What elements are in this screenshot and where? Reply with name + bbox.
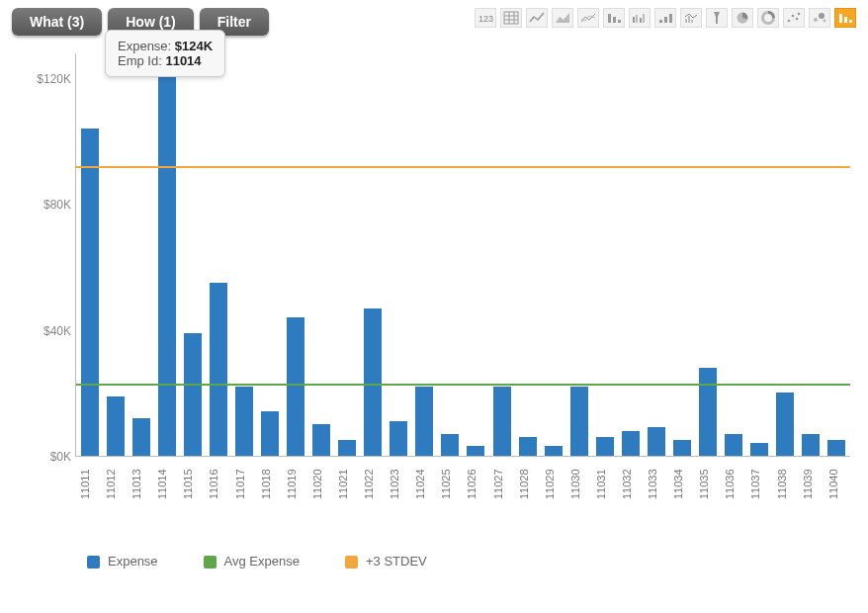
bar-asc-icon[interactable] bbox=[654, 8, 676, 28]
tooltip-empid-label: Emp Id: bbox=[118, 53, 165, 68]
svg-point-27 bbox=[814, 18, 818, 22]
bar-column[interactable] bbox=[390, 53, 408, 456]
bar-column[interactable] bbox=[492, 53, 511, 456]
bubble-icon[interactable] bbox=[809, 8, 830, 28]
bar[interactable] bbox=[802, 434, 820, 456]
bar-column[interactable] bbox=[209, 53, 227, 456]
x-tick-label: 11021 bbox=[337, 463, 356, 506]
what-button[interactable]: What (3) bbox=[12, 8, 102, 36]
bar-column[interactable] bbox=[80, 53, 99, 456]
multiline-icon[interactable] bbox=[577, 8, 599, 28]
bar[interactable] bbox=[570, 387, 588, 456]
bar[interactable] bbox=[545, 446, 563, 456]
bar-column[interactable] bbox=[415, 53, 434, 456]
svg-rect-7 bbox=[608, 14, 611, 23]
bar-column[interactable] bbox=[131, 53, 150, 456]
svg-rect-9 bbox=[618, 20, 621, 23]
bar[interactable] bbox=[519, 437, 537, 456]
bar-column[interactable] bbox=[595, 53, 614, 456]
flashlight-icon[interactable] bbox=[706, 8, 728, 28]
svg-rect-30 bbox=[839, 14, 842, 23]
bar-column[interactable] bbox=[106, 53, 125, 456]
bar-column[interactable] bbox=[776, 53, 795, 456]
bar-column[interactable] bbox=[467, 53, 485, 456]
square-icon bbox=[204, 556, 217, 569]
bar[interactable] bbox=[648, 427, 665, 456]
bar[interactable] bbox=[467, 446, 484, 456]
legend-expense-label: Expense bbox=[108, 554, 158, 569]
svg-rect-12 bbox=[640, 18, 642, 23]
bar-column[interactable] bbox=[364, 53, 383, 456]
x-tick-label: 11016 bbox=[208, 463, 226, 506]
bar[interactable] bbox=[81, 129, 99, 456]
bar-column[interactable] bbox=[621, 53, 640, 456]
bar-column[interactable] bbox=[569, 53, 588, 456]
bar[interactable] bbox=[750, 443, 768, 456]
donut-icon[interactable] bbox=[757, 8, 779, 28]
bar[interactable] bbox=[235, 387, 253, 456]
bar-column[interactable] bbox=[338, 53, 357, 456]
bar[interactable] bbox=[725, 434, 742, 456]
bar[interactable] bbox=[287, 317, 304, 456]
bar-column[interactable] bbox=[260, 53, 279, 456]
x-tick-label: 11035 bbox=[698, 463, 717, 506]
bar-column[interactable] bbox=[802, 53, 821, 456]
area-icon[interactable] bbox=[552, 8, 573, 28]
bar-tooltip: Expense: $124K Emp Id: 11014 bbox=[105, 30, 225, 77]
pie-icon[interactable] bbox=[732, 8, 753, 28]
bar-column[interactable] bbox=[544, 53, 563, 456]
bar[interactable] bbox=[827, 440, 845, 456]
bar-column[interactable] bbox=[157, 53, 176, 456]
bar[interactable] bbox=[622, 431, 640, 456]
bar[interactable] bbox=[158, 66, 176, 456]
svg-rect-8 bbox=[613, 17, 616, 23]
bar-column[interactable] bbox=[183, 53, 202, 456]
svg-rect-10 bbox=[633, 17, 635, 23]
bar-column[interactable] bbox=[750, 53, 769, 456]
bar-desc-icon[interactable] bbox=[603, 8, 625, 28]
bar[interactable] bbox=[338, 440, 356, 456]
bar-column[interactable] bbox=[725, 53, 743, 456]
bar[interactable] bbox=[210, 283, 227, 456]
svg-marker-20 bbox=[714, 12, 720, 24]
number-icon[interactable]: 123 bbox=[475, 8, 496, 28]
highlight-icon[interactable] bbox=[834, 8, 856, 28]
spark-icon[interactable] bbox=[680, 8, 702, 28]
bar[interactable] bbox=[312, 424, 330, 456]
bar[interactable] bbox=[776, 393, 794, 456]
bar-column[interactable] bbox=[234, 53, 253, 456]
bar[interactable] bbox=[364, 308, 382, 456]
x-tick-label: 11037 bbox=[749, 463, 768, 506]
line-icon[interactable] bbox=[526, 8, 548, 28]
bar-group-icon[interactable] bbox=[629, 8, 651, 28]
bar[interactable] bbox=[415, 387, 433, 456]
bar[interactable] bbox=[261, 411, 279, 456]
bar[interactable] bbox=[493, 387, 511, 456]
bar[interactable] bbox=[390, 421, 407, 456]
bar-column[interactable] bbox=[441, 53, 460, 456]
scatter-icon[interactable] bbox=[783, 8, 805, 28]
chart-area: $0K$40K$80K$120K 11011110121101311014110… bbox=[20, 53, 850, 508]
legend-avg-label: Avg Expense bbox=[224, 554, 300, 569]
bar-column[interactable] bbox=[312, 53, 331, 456]
bar-column[interactable] bbox=[672, 53, 691, 456]
bar[interactable] bbox=[107, 396, 125, 456]
bar-column[interactable] bbox=[647, 53, 665, 456]
bar[interactable] bbox=[673, 440, 691, 456]
grid-icon[interactable] bbox=[500, 8, 522, 28]
svg-marker-6 bbox=[556, 13, 569, 23]
x-tick-label: 11027 bbox=[492, 463, 511, 506]
bar[interactable] bbox=[699, 368, 717, 456]
bar-column[interactable] bbox=[699, 53, 718, 456]
bar[interactable] bbox=[132, 418, 150, 456]
bar-column[interactable] bbox=[518, 53, 537, 456]
svg-rect-16 bbox=[669, 14, 672, 23]
chart-type-toolbar: 123 bbox=[475, 8, 856, 28]
bar[interactable] bbox=[441, 434, 459, 456]
bar-column[interactable] bbox=[287, 53, 305, 456]
x-tick-label: 11015 bbox=[182, 463, 201, 506]
bar[interactable] bbox=[596, 437, 614, 456]
svg-rect-14 bbox=[659, 20, 662, 23]
bar-column[interactable] bbox=[827, 53, 846, 456]
bar[interactable] bbox=[184, 333, 202, 456]
